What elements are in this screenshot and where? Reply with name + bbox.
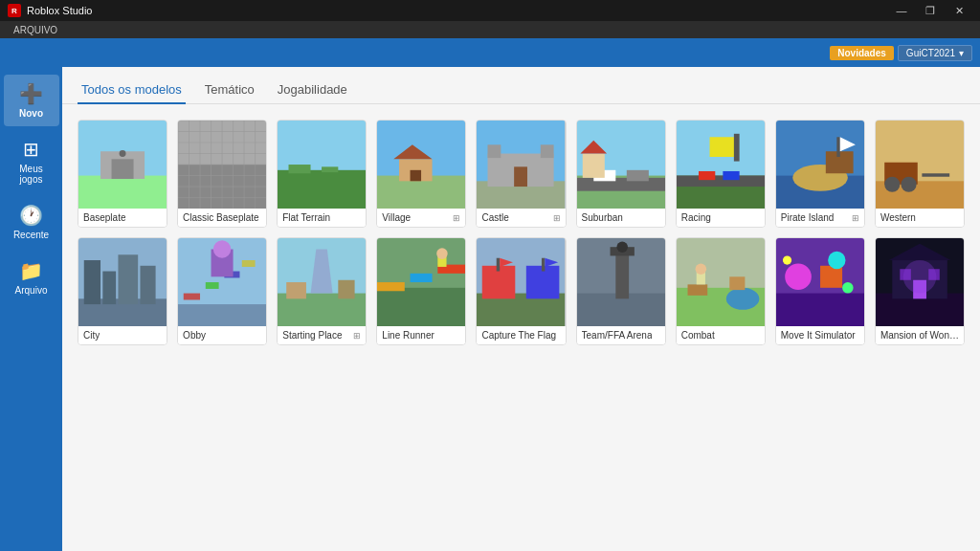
- svg-rect-47: [677, 176, 765, 187]
- card-capture-the-flag[interactable]: Capture The Flag: [476, 237, 566, 345]
- svg-point-77: [213, 240, 231, 257]
- card-move-it-simulator[interactable]: Move It Simulator: [775, 237, 865, 345]
- svg-rect-72: [184, 294, 200, 300]
- svg-rect-94: [497, 258, 500, 272]
- card-label-baseplate: Baseplate: [78, 209, 167, 227]
- app-icon: R: [8, 4, 21, 17]
- sidebar-item-new[interactable]: ➕ Novo: [4, 75, 59, 126]
- card-thumb-classic-baseplate: [178, 121, 266, 209]
- svg-rect-73: [206, 282, 219, 289]
- top-bar: Novidades GuiCT2021 ▾: [0, 38, 980, 67]
- card-obby[interactable]: Obby: [177, 237, 267, 345]
- menu-arquivo[interactable]: ARQUIVO: [8, 25, 63, 35]
- card-racing[interactable]: Racing: [676, 120, 766, 228]
- card-thumb-move-it-simulator: [776, 238, 864, 326]
- card-combat[interactable]: Combat: [676, 237, 766, 345]
- title-bar: R Roblox Studio — ❐ ✕: [0, 0, 980, 21]
- card-western[interactable]: Western: [875, 120, 965, 228]
- card-label-racing: Racing: [677, 209, 765, 227]
- svg-rect-42: [626, 170, 648, 182]
- card-thumb-baseplate: [78, 121, 167, 209]
- card-badge-icon-pirate-island: ⊞: [852, 213, 859, 223]
- card-line-runner[interactable]: Line Runner: [376, 237, 466, 345]
- card-label-text-castle: Castle: [481, 212, 508, 223]
- card-label-line-runner: Line Runner: [377, 326, 465, 344]
- card-village[interactable]: Village⊞: [376, 120, 466, 228]
- close-button[interactable]: ✕: [946, 0, 972, 21]
- svg-rect-84: [377, 288, 465, 326]
- card-suburban[interactable]: Suburban: [576, 120, 666, 228]
- card-thumb-starting-place: [278, 238, 366, 326]
- badge-novidades[interactable]: Novidades: [830, 46, 894, 60]
- svg-rect-51: [723, 171, 739, 180]
- card-label-text-combat: Combat: [681, 330, 715, 341]
- card-flat-terrain[interactable]: Flat Terrain: [277, 120, 367, 228]
- sidebar-new-label: Novo: [19, 108, 43, 119]
- sidebar-file-label: Arquivo: [15, 285, 48, 296]
- restore-button[interactable]: ❐: [917, 0, 944, 21]
- svg-rect-100: [615, 250, 629, 299]
- svg-point-114: [828, 252, 845, 269]
- svg-rect-96: [542, 258, 545, 272]
- svg-rect-81: [286, 282, 306, 298]
- card-label-flat-terrain: Flat Terrain: [278, 209, 366, 227]
- svg-rect-63: [922, 173, 949, 176]
- tab-thematic[interactable]: Temático: [201, 77, 258, 104]
- card-city[interactable]: City: [78, 237, 167, 345]
- card-label-capture-the-flag: Capture The Flag: [477, 326, 565, 344]
- card-label-team-ffa-arena: Team/FFA Arena: [577, 326, 665, 344]
- card-label-village: Village⊞: [377, 209, 465, 227]
- sidebar-myjobs-label: Meus jogos: [8, 164, 56, 185]
- svg-point-105: [725, 288, 759, 310]
- card-classic-baseplate[interactable]: Classic Baseplate: [177, 120, 267, 228]
- card-thumb-castle: [477, 121, 565, 209]
- svg-point-4: [120, 150, 126, 157]
- card-thumb-combat: [677, 238, 765, 326]
- tabs-bar: Todos os modelos Temático Jogabilidade: [62, 67, 980, 104]
- card-starting-place[interactable]: Starting Place⊞: [277, 237, 367, 345]
- svg-rect-69: [140, 266, 155, 304]
- tab-all-models[interactable]: Todos os modelos: [78, 77, 186, 104]
- svg-rect-71: [178, 304, 266, 326]
- card-label-obby: Obby: [178, 326, 266, 344]
- card-badge-icon-village: ⊞: [453, 213, 460, 223]
- card-badge-icon-starting-place: ⊞: [353, 331, 361, 341]
- card-label-text-city: City: [83, 330, 100, 341]
- card-label-text-move-it-simulator: Move It Simulator: [781, 330, 856, 341]
- svg-rect-106: [729, 276, 745, 290]
- card-label-text-starting-place: Starting Place: [282, 330, 342, 341]
- card-thumb-village: [377, 121, 465, 209]
- svg-rect-67: [102, 272, 116, 305]
- card-pirate-island[interactable]: Pirate Island⊞: [775, 120, 865, 228]
- new-icon: ➕: [19, 82, 43, 105]
- models-grid: BaseplateClassic BaseplateFlat TerrainVi…: [78, 120, 965, 345]
- sidebar: ➕ Novo ⊞ Meus jogos 🕐 Recente 📁 Arquivo: [0, 67, 62, 551]
- sidebar-item-myjobs[interactable]: ⊞ Meus jogos: [4, 130, 59, 192]
- svg-rect-40: [577, 178, 665, 191]
- card-label-text-team-ffa-arena: Team/FFA Arena: [582, 330, 653, 341]
- svg-rect-25: [289, 165, 311, 173]
- card-baseplate[interactable]: Baseplate: [78, 120, 167, 228]
- card-thumb-racing: [677, 121, 765, 209]
- minimize-button[interactable]: —: [888, 0, 915, 21]
- card-mansion-of-wonder[interactable]: Mansion of Wonder: [875, 237, 965, 345]
- svg-rect-50: [699, 171, 715, 180]
- card-team-ffa-arena[interactable]: Team/FFA Arena: [576, 237, 666, 345]
- card-label-pirate-island: Pirate Island⊞: [776, 209, 864, 227]
- tab-playability[interactable]: Jogabilidade: [274, 77, 351, 104]
- card-thumb-line-runner: [377, 238, 465, 326]
- card-label-text-flat-terrain: Flat Terrain: [282, 212, 330, 223]
- card-label-text-obby: Obby: [183, 330, 206, 341]
- file-icon: 📁: [19, 259, 43, 282]
- svg-rect-43: [582, 154, 604, 178]
- sidebar-item-recent[interactable]: 🕐 Recente: [4, 196, 59, 248]
- app-title: Roblox Studio: [27, 5, 93, 16]
- svg-rect-56: [836, 137, 839, 157]
- card-thumb-obby: [178, 238, 266, 326]
- badge-gui[interactable]: GuiCT2021 ▾: [898, 45, 972, 61]
- card-castle[interactable]: Castle⊞: [476, 120, 566, 228]
- sidebar-item-file[interactable]: 📁 Arquivo: [4, 252, 59, 303]
- card-thumb-suburban: [577, 121, 665, 209]
- card-label-combat: Combat: [677, 326, 765, 344]
- card-label-text-suburban: Suburban: [582, 212, 623, 223]
